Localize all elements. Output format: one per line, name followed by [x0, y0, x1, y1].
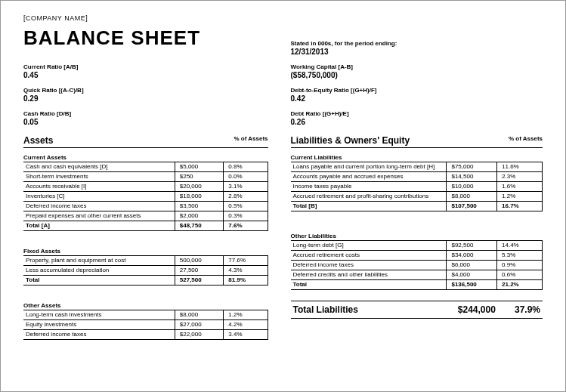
row-pct: 2.3% — [497, 172, 543, 182]
row-label: Deferred credits and other liabilities — [291, 270, 447, 280]
row-pct: 0.5% — [224, 202, 268, 211]
total-label: Total [A] — [23, 221, 175, 231]
row-value: $2,000 — [175, 211, 224, 221]
row-pct: 1.2% — [497, 192, 543, 202]
assets-header: Assets — [23, 135, 53, 146]
table-total-row: Total [A]$48,7507.6% — [23, 221, 268, 231]
row-pct: 0.0% — [224, 172, 268, 182]
table-row: Long-term cash investments$8,0001.2% — [23, 310, 268, 320]
total-pct: 7.6% — [224, 221, 268, 231]
total-pct: 21.2% — [497, 280, 543, 290]
page-title: BALANCE SHEET — [23, 26, 268, 50]
row-pct: 4.3% — [224, 266, 268, 276]
ratio-value: ($58,750,000) — [291, 71, 543, 79]
row-label: Less accumulated depreciation — [23, 266, 175, 276]
current-assets-title: Current Assets — [23, 154, 268, 161]
row-pct: 77.6% — [224, 256, 268, 266]
table-row: Property, plant and equipment at cost500… — [23, 256, 268, 266]
row-value: $250 — [175, 172, 224, 182]
row-value: $6,000 — [447, 261, 497, 270]
other-liabilities-table: Long-term debt [G]$92,50014.4%Accrued re… — [291, 240, 543, 290]
row-value: $8,000 — [447, 192, 497, 202]
fixed-assets-title: Fixed Assets — [23, 248, 268, 255]
row-value: $3,500 — [175, 202, 224, 211]
total-value: 527,500 — [175, 276, 224, 286]
row-pct: 0.8% — [224, 162, 268, 172]
other-assets-title: Other Assets — [23, 302, 268, 309]
table-row: Long-term debt [G]$92,50014.4% — [291, 241, 543, 251]
table-row: Income taxes payable$10,0001.6% — [291, 182, 543, 192]
row-value: $14,500 — [447, 172, 497, 182]
other-liabilities-title: Other Liabilities — [291, 233, 543, 239]
ratio-label: Current Ratio [A/B] — [23, 63, 268, 70]
total-liabilities-value: $244,000 — [453, 304, 503, 315]
total-liabilities-pct: 37.9% — [503, 304, 540, 315]
row-label: Prepaid expenses and other current asset… — [23, 211, 175, 221]
ratio-label: Quick Ratio [(A-C)/B] — [23, 87, 268, 94]
total-label: Total — [23, 276, 175, 286]
table-row: Deferred credits and other liabilities$4… — [291, 270, 543, 280]
row-value: 500,000 — [175, 256, 224, 266]
row-value: $22,000 — [175, 330, 224, 340]
ratio-label: Debt-to-Equity Ratio [(G+H)/F] — [291, 87, 543, 94]
row-pct: 0.9% — [497, 261, 543, 270]
current-liabilities-title: Current Liabilities — [291, 154, 543, 161]
total-value: $48,750 — [175, 221, 224, 231]
row-label: Long-term cash investments — [23, 310, 175, 320]
ratio-value: 0.26 — [291, 118, 543, 126]
row-value: $92,500 — [447, 241, 497, 251]
ratio-value: 0.42 — [291, 94, 543, 103]
row-label: Accounts payable and accrued expenses — [291, 172, 447, 182]
row-pct: 2.8% — [224, 192, 268, 202]
period-note: Stated in 000s, for the period ending: — [291, 40, 543, 47]
table-row: Loans payable and current portion long-t… — [291, 162, 543, 172]
fixed-assets-table: Property, plant and equipment at cost500… — [23, 255, 268, 286]
period-date: 12/31/2013 — [291, 48, 543, 56]
row-value: $34,000 — [447, 251, 497, 261]
table-row: Equity investments$27,0004.2% — [23, 320, 268, 330]
total-value: $136,500 — [447, 280, 497, 290]
row-label: Deferred income taxes — [23, 330, 175, 340]
row-value: $8,000 — [175, 310, 224, 320]
row-value: $5,000 — [175, 162, 224, 172]
table-row: Less accumulated depreciation27,5004.3% — [23, 266, 268, 276]
row-label: Inventories [C] — [23, 192, 175, 202]
row-pct: 3.1% — [224, 182, 268, 192]
row-label: Accounts receivable [I] — [23, 182, 175, 192]
total-pct: 16.7% — [497, 202, 543, 211]
total-value: $107,500 — [447, 202, 497, 211]
table-row: Inventories [C]$18,0002.8% — [23, 192, 268, 202]
row-pct: 0.6% — [497, 270, 543, 280]
ratio-value: 0.05 — [23, 118, 268, 126]
table-row: Accrued retirement and profit-sharing co… — [291, 192, 543, 202]
row-pct: 1.6% — [497, 182, 543, 192]
total-pct: 81.9% — [224, 276, 268, 286]
table-total-row: Total [B]$107,50016.7% — [291, 202, 543, 211]
table-total-row: Total527,50081.9% — [23, 276, 268, 286]
table-row: Deferred income taxes$3,5000.5% — [23, 202, 268, 211]
row-value: $18,000 — [175, 192, 224, 202]
ratio-label: Debt Ratio [(G+H)/E] — [291, 110, 543, 117]
company-name: [COMPANY NAME] — [23, 14, 543, 22]
row-value: 27,500 — [175, 266, 224, 276]
current-liabilities-table: Loans payable and current portion long-t… — [291, 162, 543, 211]
table-row: Accrued retirement costs$34,0005.3% — [291, 251, 543, 261]
row-label: Equity investments — [23, 320, 175, 330]
other-assets-table: Long-term cash investments$8,0001.2%Equi… — [23, 310, 268, 340]
row-value: $27,000 — [175, 320, 224, 330]
total-label: Total [B] — [291, 202, 447, 211]
row-value: $10,000 — [447, 182, 497, 192]
row-label: Income taxes payable — [291, 182, 447, 192]
table-total-row: Total$136,50021.2% — [291, 280, 543, 290]
ratio-value: 0.29 — [23, 94, 268, 103]
assets-pct-header: % of Assets — [234, 135, 268, 146]
row-pct: 0.3% — [224, 211, 268, 221]
total-label: Total — [291, 280, 447, 290]
row-label: Deferred income taxes — [291, 261, 447, 270]
row-value: $75,000 — [447, 162, 497, 172]
row-label: Loans payable and current portion long-t… — [291, 162, 447, 172]
row-label: Short-term investments — [23, 172, 175, 182]
liabilities-header: Liabilities & Owners' Equity — [291, 135, 410, 146]
table-row: Accounts receivable [I]$20,0003.1% — [23, 182, 268, 192]
row-pct: 4.2% — [224, 320, 268, 330]
